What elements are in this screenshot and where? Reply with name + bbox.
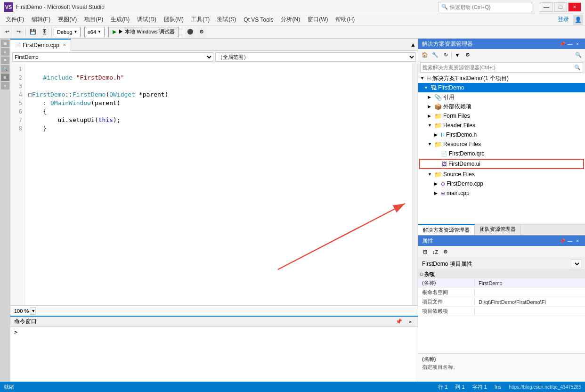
status-col: 列 1 [455,384,464,391]
solution-explorer-title: 解决方案资源管理器 [422,40,559,48]
tree-item-source-files[interactable]: ▼ 📁 Source Files [418,170,585,179]
menu-test[interactable]: 测试(S) [213,15,240,24]
prop-btn-settings[interactable]: ⚙ [441,247,450,257]
menu-qt[interactable]: Qt VS Tools [240,16,277,24]
zoom-dropdown-button[interactable]: ▼ [31,307,36,315]
tree-item-firstdemo-cpp[interactable]: ▶ ⊕ FirstDemo.cpp [418,179,585,188]
platform-dropdown[interactable]: x64 ▼ [84,27,105,37]
prop-row-namespace[interactable]: 根命名空间 [418,288,585,297]
status-bar: 就绪 行 1 列 1 字符 1 Ins https://blog.csdn.ne… [0,382,585,392]
tree-item-firstdemo-h[interactable]: ▶ H FirstDemo.h [418,130,585,139]
tab-team-explorer[interactable]: 团队资源管理器 [475,224,521,235]
solution-tree[interactable]: ▼ ⊟ 解决方案'FirstDemo'(1 个项目) ▼ 🏗 FirstDemo… [418,74,585,224]
expand-editor-button[interactable]: ▲ [408,40,418,49]
prop-btn-alpha[interactable]: ↓Z [431,247,440,257]
tab-close-icon[interactable]: × [63,42,66,48]
se-pin-button[interactable]: 📌 [559,40,566,48]
se-collapse-button[interactable]: ▼ [453,50,462,60]
tree-label-project: FirstDemo [438,84,464,91]
prop-row-deps[interactable]: 项目依赖项 [418,307,585,316]
tree-item-references[interactable]: ▶ 📎 引用 [418,92,585,102]
menu-view[interactable]: 视图(V) [54,15,81,24]
quick-launch-input[interactable] [450,4,525,10]
redo-button[interactable]: ↪ [13,27,24,37]
activity-icon-6[interactable]: ☀ [1,82,9,90]
properties-toolbar: ⊞ ↓Z ⚙ [418,246,585,258]
menu-edit[interactable]: 编辑(E) [28,15,54,24]
account-icon[interactable]: 👤 [573,15,583,25]
se-filter-button[interactable]: ⚙ [463,50,472,60]
minimize-button[interactable]: — [540,2,553,12]
activity-icon-1[interactable]: ▦ [1,40,9,47]
tree-item-firstdemo-qrc[interactable]: 📄 FirstDemo.qrc [418,149,585,158]
function-dropdown[interactable]: FirstDemo [12,52,213,62]
prop-row-name[interactable]: (名称) FirstDemo [418,278,585,288]
command-window-body[interactable]: > [10,327,418,382]
se-minimize-button[interactable]: — [566,40,574,48]
menu-team[interactable]: 团队(M) [160,15,187,24]
se-close-button[interactable]: × [574,40,581,48]
se-properties-button[interactable]: 🔧 [431,50,440,60]
editor-area: 📄 FirstDemo.cpp × ▲ FirstDemo （全局范围） 1 2… [10,39,418,382]
scope-dropdown[interactable]: （全局范围） [215,52,416,62]
save-button[interactable]: 💾 [28,27,38,37]
code-scrollbar[interactable] [412,63,418,305]
menu-tools[interactable]: 工具(T) [187,15,213,24]
solution-search-box[interactable]: 🔍 [420,62,583,73]
menu-analyze[interactable]: 分析(N) [277,15,304,24]
search-box-title[interactable]: 🔍 [438,2,532,12]
menu-build[interactable]: 生成(B) [107,15,133,24]
tree-label-external: 外部依赖项 [443,103,471,111]
properties-table: □ 杂项 (名称) FirstDemo 根命名空间 项目文件 D:\qt\Fir… [418,270,585,353]
tree-item-resource-files[interactable]: ▼ 📁 Resource Files [418,139,585,149]
maximize-button[interactable]: □ [554,2,567,12]
tree-label-firstdemo-ui: FirstDemo.ui [448,161,480,167]
activity-icon-4[interactable]: 🔍 [1,65,9,73]
prop-btn-categories[interactable]: ⊞ [420,247,430,257]
prop-row-projectfile[interactable]: 项目文件 D:\qt\FirstDemo\FirstDemo\Fi [418,297,585,307]
tree-item-firstdemo-ui[interactable]: 🖼 FirstDemo.ui [419,159,584,169]
save-all-button[interactable]: 🗄 [39,27,49,37]
activity-icon-2[interactable]: ≡ [1,48,9,56]
prop-section-misc: □ 杂项 [418,270,585,278]
toolbar-btn2[interactable]: ⚙ [196,27,207,37]
se-search-button[interactable]: 🔍 [574,50,583,60]
command-window-title: 命令窗口 [14,318,37,326]
tree-item-main-cpp[interactable]: ▶ ⊕ main.cpp [418,188,585,198]
prop-close-button[interactable]: × [574,237,581,245]
status-ready: 就绪 [4,384,14,391]
run-button[interactable]: ▶ ▶ 本地 Windows 调试器 [108,27,179,37]
se-sync-button[interactable]: 🏠 [420,50,430,60]
properties-description: (名称) 指定项目名称。 [418,353,585,382]
properties-title: 属性 [422,237,559,245]
cmd-pin-button[interactable]: 📌 [395,318,403,326]
cmd-close-button[interactable]: × [406,318,414,326]
tab-solution-explorer[interactable]: 解决方案资源管理器 [418,224,475,235]
menu-file[interactable]: 文件(F) [2,15,28,24]
properties-dropdown[interactable] [571,260,581,268]
menu-debug[interactable]: 调试(D) [133,15,160,24]
menu-help[interactable]: 帮助(H) [332,15,358,24]
prop-pin-button[interactable]: 📌 [559,237,566,245]
activity-icon-3[interactable]: ⚑ [1,57,9,64]
breakpoints-button[interactable]: ⚫ [185,27,195,37]
menu-window[interactable]: 窗口(W) [304,15,332,24]
solution-search-input[interactable] [422,65,574,70]
undo-button[interactable]: ↩ [2,27,12,37]
login-link[interactable]: 登录 [554,15,573,24]
se-refresh-button[interactable]: ↻ [441,50,450,60]
tree-item-external[interactable]: ▶ 📦 外部依赖项 [418,102,585,111]
activity-icon-5[interactable]: ⊞ [1,74,9,81]
prop-name-deps: 项目依赖项 [418,308,475,315]
config-dropdown[interactable]: Debug ▼ [54,27,81,37]
close-button[interactable]: × [568,2,581,12]
prop-minimize-button[interactable]: — [566,237,574,245]
menu-bar: 文件(F) 编辑(E) 视图(V) 项目(P) 生成(B) 调试(D) 团队(M… [0,14,585,25]
menu-project[interactable]: 项目(P) [81,15,107,24]
code-content[interactable]: #include "FirstDemo.h" □FirstDemo::First… [24,63,412,305]
editor-tab[interactable]: 📄 FirstDemo.cpp × [10,39,71,51]
tree-item-solution[interactable]: ▼ ⊟ 解决方案'FirstDemo'(1 个项目) [418,74,585,83]
tree-item-form-files[interactable]: ▶ 📁 Form Files [418,111,585,121]
tree-item-project[interactable]: ▼ 🏗 FirstDemo [418,83,585,92]
tree-item-header-files[interactable]: ▼ 📁 Header Files [418,121,585,130]
